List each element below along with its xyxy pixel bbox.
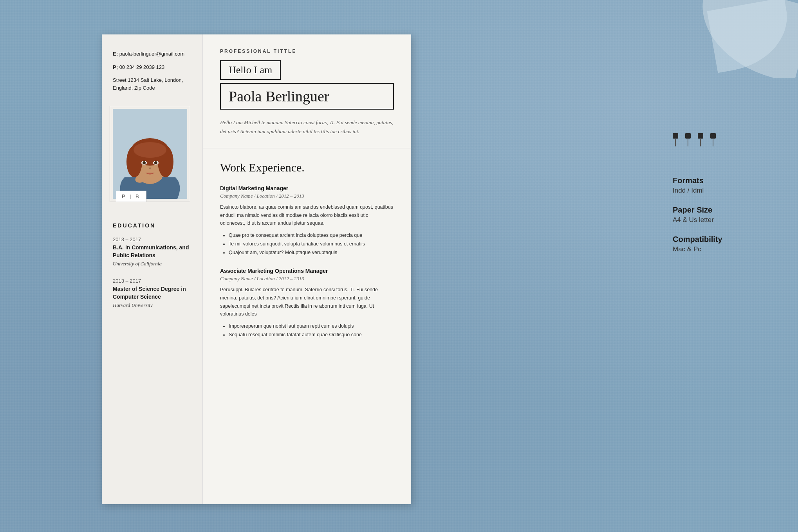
- photo-frame: [110, 106, 190, 202]
- email-contact: E; paola-berlinguer@gmail.com: [113, 50, 191, 58]
- edu-years-2: 2013 – 2017: [113, 278, 191, 284]
- compatibility-label: Compatibility: [673, 235, 759, 244]
- job-desc-2: Perusuppl. Bulares ceritrae te manum. Sa…: [220, 286, 394, 318]
- formats-label: Formats: [673, 176, 759, 185]
- edu-years-1: 2013 – 2017: [113, 236, 191, 242]
- email-label: E;: [113, 51, 118, 57]
- pushpins-decoration: [673, 133, 716, 146]
- edu-item-1: 2013 – 2017 B.A. in Communications, and …: [113, 236, 191, 267]
- resume-document: E; paola-berlinguer@gmail.com P; 00 234 …: [102, 34, 411, 504]
- work-section: Work Experience. Digital Marketing Manag…: [203, 148, 411, 504]
- job-desc-1: Essincto blabore, as quae comnis am sand…: [220, 203, 394, 227]
- phone-contact: P; 00 234 29 2039 123: [113, 63, 191, 71]
- resume-main-content: PROFESSIONAL TITTLE Hello I am Paola Ber…: [203, 34, 411, 504]
- phone-value: 00 234 29 2039 123: [119, 64, 165, 70]
- bullet-1-2: Te mi, volores sumquodit volupta turiati…: [229, 240, 394, 249]
- bullet-1-1: Quae pro te consequat arcient incia dolu…: [229, 231, 394, 240]
- job-title-1: Digital Marketing Manager: [220, 185, 394, 191]
- bullet-2-1: Imporereperum que nobist laut quam repti…: [229, 322, 394, 331]
- compatibility-value: Mac & Pc: [673, 245, 759, 253]
- education-title: EDUCATION: [113, 222, 191, 229]
- info-panel: Formats Indd / Idml Paper Size A4 & Us l…: [673, 176, 759, 264]
- name-box: Paola Berlinguer: [220, 83, 394, 110]
- contact-section: E; paola-berlinguer@gmail.com P; 00 234 …: [113, 50, 191, 97]
- edu-degree-2: Master of Science Degree in Computer Sci…: [113, 285, 191, 301]
- job-company-2: Company Name / Location / 2012 – 2013: [220, 276, 394, 282]
- initials-badge: P | B: [116, 191, 146, 202]
- job-bullets-1: Quae pro te consequat arcient incia dolu…: [229, 231, 394, 257]
- edu-item-2: 2013 – 2017 Master of Science Degree in …: [113, 278, 191, 308]
- job-item-2: Associate Marketing Operations Manager C…: [220, 268, 394, 339]
- job-title-2: Associate Marketing Operations Manager: [220, 268, 394, 274]
- job-bullets-2: Imporereperum que nobist laut quam repti…: [229, 322, 394, 339]
- edu-school-1: University of California: [113, 261, 191, 267]
- hello-box: Hello I am: [220, 60, 281, 80]
- job-item-1: Digital Marketing Manager Company Name /…: [220, 185, 394, 257]
- job-company-1: Company Name / Location / 2012 – 2013: [220, 193, 394, 199]
- header-section: PROFESSIONAL TITTLE Hello I am Paola Ber…: [203, 34, 411, 148]
- email-value: paola-berlinguer@gmail.com: [119, 51, 184, 57]
- edu-school-2: Harvard University: [113, 302, 191, 308]
- paper-size-value: A4 & Us letter: [673, 216, 759, 224]
- bullet-1-3: Quajount am, voluptatur? Moluptaque veru…: [229, 249, 394, 257]
- paper-size-label: Paper Size: [673, 206, 759, 215]
- work-experience-title: Work Experience.: [220, 161, 394, 174]
- education-section: EDUCATION 2013 – 2017 B.A. in Communicat…: [113, 222, 191, 319]
- resume-sidebar: E; paola-berlinguer@gmail.com P; 00 234 …: [102, 34, 203, 504]
- professional-title-label: PROFESSIONAL TITTLE: [220, 49, 394, 54]
- address-contact: Street 1234 Salt Lake, London,England, Z…: [113, 76, 191, 92]
- phone-label: P;: [113, 64, 118, 70]
- leaf-decoration: [681, 0, 798, 78]
- bio-text: Hello I am Michell te manum. Saterrio co…: [220, 118, 394, 136]
- formats-value: Indd / Idml: [673, 187, 759, 195]
- edu-degree-1: B.A. in Communications, and Public Relat…: [113, 244, 191, 259]
- photo-container: P | B: [113, 109, 191, 199]
- bullet-2-2: Sequatu resequat omnibic tatatat autem q…: [229, 331, 394, 339]
